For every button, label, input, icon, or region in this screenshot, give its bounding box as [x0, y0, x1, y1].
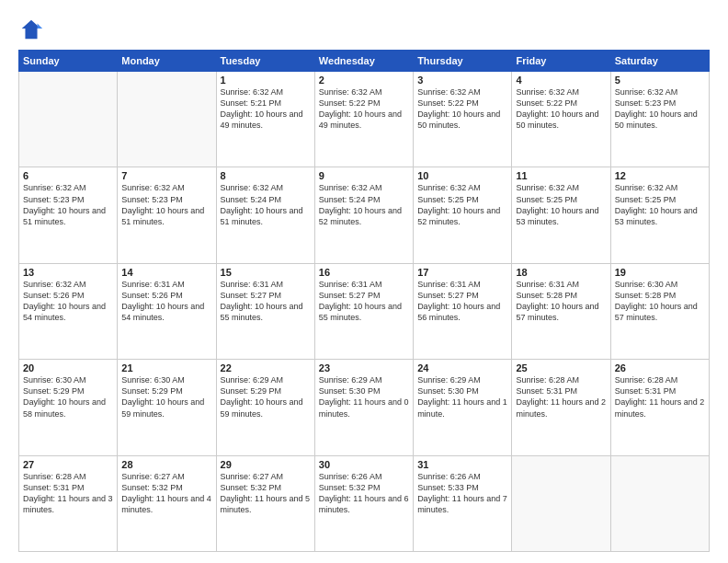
- svg-marker-0: [22, 20, 41, 40]
- day-info: Sunrise: 6:32 AM Sunset: 5:25 PM Dayligh…: [516, 182, 606, 227]
- calendar-cell: 8Sunrise: 6:32 AM Sunset: 5:24 PM Daylig…: [216, 167, 314, 263]
- calendar-cell: 24Sunrise: 6:29 AM Sunset: 5:30 PM Dayli…: [414, 360, 512, 455]
- calendar-header-tuesday: Tuesday: [216, 51, 314, 72]
- day-info: Sunrise: 6:31 AM Sunset: 5:27 PM Dayligh…: [319, 279, 409, 324]
- day-info: Sunrise: 6:26 AM Sunset: 5:33 PM Dayligh…: [417, 471, 507, 516]
- calendar-cell: 13Sunrise: 6:32 AM Sunset: 5:26 PM Dayli…: [19, 263, 118, 359]
- header: [18, 17, 710, 42]
- day-number: 27: [23, 459, 113, 470]
- day-info: Sunrise: 6:30 AM Sunset: 5:28 PM Dayligh…: [615, 279, 705, 324]
- calendar-cell: 31Sunrise: 6:26 AM Sunset: 5:33 PM Dayli…: [414, 455, 512, 551]
- day-number: 14: [121, 267, 211, 278]
- day-number: 23: [319, 362, 409, 373]
- calendar-week-1: 1Sunrise: 6:32 AM Sunset: 5:21 PM Daylig…: [19, 72, 710, 167]
- day-number: 9: [319, 170, 409, 181]
- day-number: 10: [417, 170, 507, 181]
- day-number: 30: [319, 459, 409, 470]
- calendar-cell: [512, 455, 610, 551]
- day-info: Sunrise: 6:31 AM Sunset: 5:26 PM Dayligh…: [121, 279, 211, 324]
- calendar-cell: 17Sunrise: 6:31 AM Sunset: 5:27 PM Dayli…: [414, 263, 512, 359]
- day-number: 26: [615, 362, 705, 373]
- day-info: Sunrise: 6:28 AM Sunset: 5:31 PM Dayligh…: [23, 471, 113, 516]
- calendar-header-saturday: Saturday: [610, 51, 709, 72]
- calendar-cell: 14Sunrise: 6:31 AM Sunset: 5:26 PM Dayli…: [118, 263, 216, 359]
- day-info: Sunrise: 6:27 AM Sunset: 5:32 PM Dayligh…: [221, 471, 311, 516]
- day-info: Sunrise: 6:31 AM Sunset: 5:27 PM Dayligh…: [221, 279, 311, 324]
- calendar-cell: 15Sunrise: 6:31 AM Sunset: 5:27 PM Dayli…: [216, 263, 314, 359]
- day-number: 5: [615, 75, 705, 86]
- day-info: Sunrise: 6:32 AM Sunset: 5:26 PM Dayligh…: [23, 279, 113, 324]
- day-info: Sunrise: 6:32 AM Sunset: 5:23 PM Dayligh…: [615, 86, 705, 132]
- day-info: Sunrise: 6:32 AM Sunset: 5:25 PM Dayligh…: [615, 182, 705, 227]
- calendar-week-4: 20Sunrise: 6:30 AM Sunset: 5:29 PM Dayli…: [19, 360, 710, 455]
- day-number: 2: [319, 75, 409, 86]
- calendar-cell: 21Sunrise: 6:30 AM Sunset: 5:29 PM Dayli…: [118, 360, 216, 455]
- day-info: Sunrise: 6:26 AM Sunset: 5:32 PM Dayligh…: [319, 471, 409, 516]
- day-info: Sunrise: 6:29 AM Sunset: 5:29 PM Dayligh…: [221, 374, 311, 419]
- day-info: Sunrise: 6:30 AM Sunset: 5:29 PM Dayligh…: [23, 374, 113, 419]
- calendar-cell: 4Sunrise: 6:32 AM Sunset: 5:22 PM Daylig…: [512, 72, 610, 167]
- calendar-cell: 6Sunrise: 6:32 AM Sunset: 5:23 PM Daylig…: [19, 167, 118, 263]
- calendar-week-3: 13Sunrise: 6:32 AM Sunset: 5:26 PM Dayli…: [19, 263, 710, 359]
- day-info: Sunrise: 6:32 AM Sunset: 5:23 PM Dayligh…: [23, 182, 113, 227]
- day-info: Sunrise: 6:29 AM Sunset: 5:30 PM Dayligh…: [319, 374, 409, 419]
- calendar-header-friday: Friday: [512, 51, 610, 72]
- day-number: 31: [417, 459, 507, 470]
- day-number: 22: [221, 362, 311, 373]
- day-info: Sunrise: 6:31 AM Sunset: 5:28 PM Dayligh…: [516, 279, 606, 324]
- calendar-week-2: 6Sunrise: 6:32 AM Sunset: 5:23 PM Daylig…: [19, 167, 710, 263]
- day-number: 28: [121, 459, 211, 470]
- page: SundayMondayTuesdayWednesdayThursdayFrid…: [0, 0, 728, 563]
- calendar-cell: [610, 455, 709, 551]
- day-number: 11: [516, 170, 606, 181]
- calendar-week-5: 27Sunrise: 6:28 AM Sunset: 5:31 PM Dayli…: [19, 455, 710, 551]
- calendar-cell: 22Sunrise: 6:29 AM Sunset: 5:29 PM Dayli…: [216, 360, 314, 455]
- day-info: Sunrise: 6:32 AM Sunset: 5:22 PM Dayligh…: [319, 86, 409, 132]
- day-info: Sunrise: 6:32 AM Sunset: 5:24 PM Dayligh…: [319, 182, 409, 227]
- calendar-cell: 18Sunrise: 6:31 AM Sunset: 5:28 PM Dayli…: [512, 263, 610, 359]
- day-number: 6: [23, 170, 113, 181]
- logo-icon: [18, 17, 44, 42]
- calendar-cell: 10Sunrise: 6:32 AM Sunset: 5:25 PM Dayli…: [414, 167, 512, 263]
- calendar-cell: 26Sunrise: 6:28 AM Sunset: 5:31 PM Dayli…: [610, 360, 709, 455]
- day-number: 20: [23, 362, 113, 373]
- day-info: Sunrise: 6:31 AM Sunset: 5:27 PM Dayligh…: [417, 279, 507, 324]
- calendar-cell: 27Sunrise: 6:28 AM Sunset: 5:31 PM Dayli…: [19, 455, 118, 551]
- calendar-cell: 1Sunrise: 6:32 AM Sunset: 5:21 PM Daylig…: [216, 72, 314, 167]
- day-number: 24: [417, 362, 507, 373]
- calendar-cell: 2Sunrise: 6:32 AM Sunset: 5:22 PM Daylig…: [314, 72, 413, 167]
- calendar-table: SundayMondayTuesdayWednesdayThursdayFrid…: [18, 50, 710, 552]
- day-number: 17: [417, 267, 507, 278]
- calendar-header-monday: Monday: [118, 51, 216, 72]
- day-number: 16: [319, 267, 409, 278]
- day-info: Sunrise: 6:29 AM Sunset: 5:30 PM Dayligh…: [417, 374, 507, 419]
- calendar-cell: 5Sunrise: 6:32 AM Sunset: 5:23 PM Daylig…: [610, 72, 709, 167]
- day-info: Sunrise: 6:27 AM Sunset: 5:32 PM Dayligh…: [121, 471, 211, 516]
- day-number: 25: [516, 362, 606, 373]
- calendar-cell: 11Sunrise: 6:32 AM Sunset: 5:25 PM Dayli…: [512, 167, 610, 263]
- day-info: Sunrise: 6:32 AM Sunset: 5:21 PM Dayligh…: [221, 86, 311, 132]
- day-number: 21: [121, 362, 211, 373]
- day-info: Sunrise: 6:28 AM Sunset: 5:31 PM Dayligh…: [516, 374, 606, 419]
- calendar-header-row: SundayMondayTuesdayWednesdayThursdayFrid…: [19, 51, 710, 72]
- day-number: 19: [615, 267, 705, 278]
- day-number: 18: [516, 267, 606, 278]
- day-info: Sunrise: 6:32 AM Sunset: 5:22 PM Dayligh…: [516, 86, 606, 132]
- calendar-header-thursday: Thursday: [414, 51, 512, 72]
- day-number: 8: [221, 170, 311, 181]
- calendar-cell: 3Sunrise: 6:32 AM Sunset: 5:22 PM Daylig…: [414, 72, 512, 167]
- calendar-cell: 7Sunrise: 6:32 AM Sunset: 5:23 PM Daylig…: [118, 167, 216, 263]
- calendar-cell: 28Sunrise: 6:27 AM Sunset: 5:32 PM Dayli…: [118, 455, 216, 551]
- day-number: 13: [23, 267, 113, 278]
- day-number: 4: [516, 75, 606, 86]
- day-number: 29: [221, 459, 311, 470]
- svg-marker-1: [38, 23, 43, 29]
- day-number: 3: [417, 75, 507, 86]
- calendar-cell: 25Sunrise: 6:28 AM Sunset: 5:31 PM Dayli…: [512, 360, 610, 455]
- calendar-cell: 20Sunrise: 6:30 AM Sunset: 5:29 PM Dayli…: [19, 360, 118, 455]
- calendar-cell: [19, 72, 118, 167]
- logo: [18, 17, 48, 42]
- calendar-header-sunday: Sunday: [19, 51, 118, 72]
- calendar-header-wednesday: Wednesday: [314, 51, 413, 72]
- calendar-cell: 29Sunrise: 6:27 AM Sunset: 5:32 PM Dayli…: [216, 455, 314, 551]
